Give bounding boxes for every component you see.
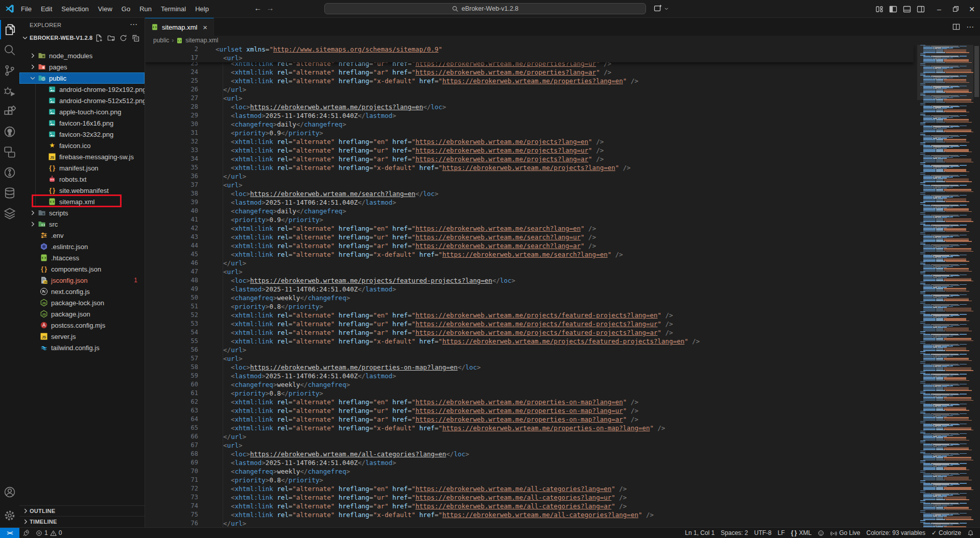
tree-item-package-lock-json[interactable]: JSpackage-lock.json	[19, 297, 145, 308]
outline-section[interactable]: OUTLINE	[19, 505, 145, 516]
tree-item-android-chrome-192x192-png[interactable]: android-chrome-192x192.png	[19, 84, 145, 95]
problem-count-badge: 1	[134, 277, 137, 284]
activitybar-settings-gear-icon[interactable]	[0, 506, 19, 525]
activitybar-accounts-icon[interactable]	[0, 482, 19, 502]
tab-sitemap-xml[interactable]: sitemap.xml ×	[145, 18, 214, 36]
menu-selection[interactable]: Selection	[57, 5, 93, 13]
toggle-panel-icon[interactable]	[903, 5, 911, 13]
close-window-icon[interactable]: ✕	[964, 0, 980, 18]
collapse-all-icon[interactable]	[132, 34, 139, 42]
status-go-live[interactable]: Go Live	[827, 529, 863, 536]
tree-item-pages[interactable]: pages	[19, 61, 145, 72]
tree-item-scripts[interactable]: scripts	[19, 207, 145, 218]
line-number: 65	[145, 424, 198, 432]
activitybar-source-control-icon[interactable]	[0, 61, 19, 80]
restore-icon[interactable]	[947, 0, 964, 18]
image-icon	[48, 96, 56, 105]
tree-item-manifest-json[interactable]: { }manifest.json	[19, 162, 145, 174]
tree-item--eslintrc-json[interactable]: .eslintrc.json	[19, 241, 145, 252]
tree-item-components-json[interactable]: { }components.json	[19, 263, 145, 275]
tree-item-favicon-32x32-png[interactable]: favicon-32x32.png	[19, 129, 145, 140]
menu-go[interactable]: Go	[117, 5, 135, 13]
tree-item-node-modules[interactable]: node_modules	[19, 50, 145, 61]
tree-item-sitemap-xml[interactable]: sitemap.xml	[19, 196, 145, 207]
tree-item-server-js[interactable]: JSserver.js	[19, 331, 145, 342]
chevron-right-icon	[29, 209, 37, 216]
minimize-icon[interactable]: –	[931, 0, 947, 18]
toggle-secondary-sidebar-icon[interactable]	[917, 5, 925, 13]
copilot-button[interactable]	[654, 4, 669, 13]
activitybar-run-and-debug-icon[interactable]	[0, 81, 19, 101]
problems-status[interactable]: 1 0	[33, 528, 65, 538]
vscode-logo	[5, 4, 14, 13]
status-colorize-toggle[interactable]: ✓Colorize	[928, 529, 964, 536]
refresh-icon[interactable]	[119, 34, 127, 42]
status-indentation[interactable]: Spaces: 2	[718, 529, 751, 536]
tree-item--htaccess[interactable]: .htaccess	[19, 252, 145, 263]
activitybar-layers-icon[interactable]	[0, 204, 19, 223]
status-cursor-position[interactable]: Ln 1, Col 1	[682, 529, 718, 536]
editor-scrollbar[interactable]	[973, 45, 980, 527]
menu-view[interactable]: View	[93, 5, 117, 13]
breadcrumb[interactable]: public › sitemap.xml	[145, 36, 980, 45]
activitybar-circle-branch-icon[interactable]	[0, 163, 19, 182]
menu-terminal[interactable]: Terminal	[156, 5, 190, 13]
activitybar-explorer-icon[interactable]	[0, 20, 19, 39]
tree-item-postcss-config-mjs[interactable]: postcss.config.mjs	[19, 320, 145, 331]
new-folder-icon[interactable]	[107, 34, 115, 42]
scrollbar-thumb[interactable]	[974, 46, 979, 97]
status-language-mode[interactable]: { }XML	[788, 529, 815, 536]
activitybar-database-icon[interactable]	[0, 183, 19, 203]
breadcrumb-folder[interactable]: public	[153, 37, 169, 44]
tree-item-favicon-16x16-png[interactable]: favicon-16x16.png	[19, 117, 145, 129]
tree-item-tailwind-config-js[interactable]: tailwind.config.js	[19, 342, 145, 353]
tree-item-package-json[interactable]: JSpackage.json	[19, 308, 145, 320]
activitybar-remote-explorer-icon[interactable]	[0, 142, 19, 162]
warning-count: 0	[59, 529, 62, 536]
tree-item-apple-touch-icon-png[interactable]: apple-touch-icon.png	[19, 106, 145, 117]
xml-file-icon	[151, 23, 158, 31]
remote-indicator[interactable]: ><	[0, 528, 19, 538]
menu-run[interactable]: Run	[135, 5, 156, 13]
more-actions-icon[interactable]: ⋯	[130, 20, 137, 29]
tree-item-robots-txt[interactable]: robots.txt	[19, 174, 145, 185]
customize-layout-icon[interactable]	[875, 5, 883, 13]
minimap[interactable]	[917, 45, 973, 527]
activitybar-search-icon[interactable]	[0, 40, 19, 60]
tree-item-src[interactable]: src	[19, 218, 145, 230]
more-actions-icon[interactable]: ⋯	[966, 22, 974, 32]
forward-icon[interactable]: →	[265, 4, 276, 12]
menu-help[interactable]: Help	[190, 5, 213, 13]
timeline-section[interactable]: TIMELINE	[19, 516, 145, 527]
menu-edit[interactable]: Edit	[36, 5, 57, 13]
activitybar-extensions-icon[interactable]	[0, 102, 19, 121]
tree-item-favicon-ico[interactable]: ★favicon.ico	[19, 140, 145, 151]
tree-item-next-config-js[interactable]: next.config.js	[19, 286, 145, 297]
command-center-search[interactable]: eBroker-Web-v1.2.8	[324, 3, 646, 14]
breadcrumb-file[interactable]: sitemap.xml	[185, 37, 218, 44]
tree-item-android-chrome-512x512-png[interactable]: android-chrome-512x512.png	[19, 95, 145, 106]
status-feedback-smiley[interactable]	[815, 530, 827, 536]
tree-item--env[interactable]: .env	[19, 230, 145, 241]
status-eol[interactable]: LF	[775, 529, 788, 536]
new-file-icon[interactable]	[95, 34, 103, 42]
back-icon[interactable]: ←	[252, 4, 264, 12]
tree-item-public[interactable]: public	[19, 72, 145, 84]
sticky-line-2[interactable]: 2<urlset xmlns="http://www.sitemaps.org/…	[145, 45, 914, 54]
tree-item-jsconfig-json[interactable]: JSjsconfig.json1	[19, 275, 145, 286]
status-encoding[interactable]: UTF-8	[751, 529, 775, 536]
tree-item-site-webmanifest[interactable]: { }site.webmanifest	[19, 185, 145, 196]
status-notifications[interactable]	[964, 530, 977, 536]
project-header[interactable]: EBROKER-WEB-V1.2.8	[19, 32, 145, 43]
tree-item-firebase-messaging-sw-js[interactable]: JSfirebase-messaging-sw.js	[19, 151, 145, 162]
menu-file[interactable]: File	[16, 5, 36, 13]
split-editor-icon[interactable]	[952, 23, 960, 31]
close-tab-icon[interactable]: ×	[203, 23, 207, 32]
rocket-icon[interactable]	[19, 528, 33, 538]
code-editor[interactable]: 23 <xhtml:link rel="alternate" hreflang=…	[145, 45, 980, 527]
status-colorize-count[interactable]: Colorize: 93 variables	[864, 529, 928, 536]
line-number: 55	[145, 337, 198, 346]
toggle-sidebar-icon[interactable]	[889, 5, 897, 13]
activitybar-github-icon[interactable]	[0, 122, 19, 141]
sticky-line-17[interactable]: 17 <url>	[145, 54, 914, 62]
